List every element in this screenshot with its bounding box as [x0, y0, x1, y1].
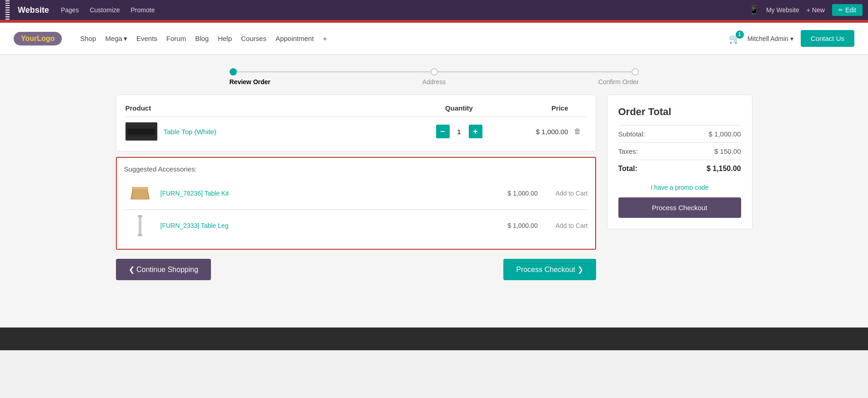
footer-bar — [0, 327, 868, 350]
subtotal-value: $ 1,000.00 — [709, 130, 741, 138]
product-image-tabletop — [125, 122, 157, 141]
step-dot-address — [431, 68, 438, 76]
total-row: Total: $ 1,150.00 — [618, 160, 741, 177]
admin-promote-link[interactable]: Promote — [131, 6, 155, 14]
col-header-quantity: Quantity — [423, 104, 496, 112]
add-to-cart-tablekit[interactable]: Add to Cart — [542, 190, 588, 197]
nav-courses[interactable]: Courses — [241, 35, 266, 42]
add-to-cart-tableleg[interactable]: Add to Cart — [542, 222, 588, 229]
nav-events[interactable]: Events — [136, 35, 157, 42]
admin-pages-link[interactable]: Pages — [61, 6, 79, 14]
step-dot-review — [230, 68, 237, 76]
continue-shopping-button[interactable]: ❮ Continue Shopping — [116, 259, 211, 280]
step-dot-confirm — [632, 68, 639, 76]
admin-bar-right: 📱 My Website New ✏ Edit — [749, 4, 863, 16]
cart-icon[interactable]: 🛒 1 — [729, 33, 740, 44]
accessory-name-tableleg[interactable]: [FURN_2333] Table Leg — [161, 222, 488, 229]
qty-increase-button[interactable]: + — [469, 125, 482, 138]
quantity-cell: − 1 + — [423, 125, 496, 138]
main-content: Review Order Address Confirm Order Produ… — [0, 55, 868, 327]
process-checkout-button-sidebar[interactable]: Process Checkout — [618, 197, 741, 218]
svg-rect-4 — [139, 215, 141, 235]
step-labels: Review Order Address Confirm Order — [230, 78, 639, 86]
accessory-row-tableleg: [FURN_2333] Table Leg $ 1,000.00 Add to … — [124, 210, 588, 242]
accessory-row-tablekit: [FURN_78236] Table Kit $ 1,000.00 Add to… — [124, 177, 588, 210]
order-total-box: Order Total Subtotal: $ 1,000.00 Taxes: … — [607, 95, 753, 229]
accessory-image-tablekit — [124, 182, 156, 205]
step-label-address: Address — [407, 78, 462, 86]
grid-menu-icon[interactable] — [5, 0, 10, 20]
cart-main: Product Quantity Price Table Top (White)… — [116, 95, 596, 280]
admin-customize-link[interactable]: Customize — [90, 6, 120, 14]
progress-steps — [230, 68, 639, 76]
subtotal-row: Subtotal: $ 1,000.00 — [618, 125, 741, 142]
step-line-2 — [438, 71, 632, 72]
cart-item-row: Table Top (White) − 1 + $ 1,000.00 🗑 — [125, 117, 587, 146]
col-header-product: Product — [125, 104, 423, 112]
contact-us-button[interactable]: Contact Us — [801, 30, 854, 47]
edit-pencil-icon: ✏ — [838, 7, 843, 13]
cart-actions: ❮ Continue Shopping Process Checkout ❯ — [116, 259, 596, 280]
order-total-title: Order Total — [618, 106, 741, 118]
admin-bar-title: Website — [18, 5, 49, 15]
process-checkout-button-main[interactable]: Process Checkout ❯ — [503, 259, 596, 280]
subtotal-label: Subtotal: — [618, 130, 645, 138]
nav-shop[interactable]: Shop — [80, 35, 96, 42]
accessory-name-tablekit[interactable]: [FURN_78236] Table Kit — [161, 190, 488, 197]
product-name-tabletop[interactable]: Table Top (White) — [164, 128, 216, 136]
nav-mega[interactable]: Mega ▾ — [105, 35, 127, 43]
nav-help[interactable]: Help — [218, 35, 232, 42]
my-website-link[interactable]: My Website — [766, 6, 799, 14]
cart-table: Product Quantity Price Table Top (White)… — [116, 95, 596, 151]
edit-button[interactable]: ✏ Edit — [832, 4, 863, 16]
nav-bar: YourLogo Shop Mega ▾ Events Forum Blog H… — [0, 23, 868, 55]
taxes-label: Taxes: — [618, 147, 638, 155]
nav-add-icon[interactable]: + — [323, 35, 327, 42]
accessory-image-tableleg — [124, 214, 156, 237]
cart-badge: 1 — [736, 30, 744, 39]
nav-forum[interactable]: Forum — [166, 35, 186, 42]
svg-rect-6 — [138, 234, 142, 236]
taxes-row: Taxes: $ 150.00 — [618, 142, 741, 160]
nav-blog[interactable]: Blog — [195, 35, 209, 42]
accessory-price-tableleg: $ 1,000.00 — [492, 222, 538, 229]
svg-rect-3 — [132, 187, 148, 189]
delete-item-button[interactable]: 🗑 — [568, 127, 587, 136]
step-label-review: Review Order — [230, 78, 284, 86]
promo-code-link[interactable]: I have a promo code — [618, 184, 741, 191]
accessories-title: Suggested Accessories: — [124, 165, 588, 173]
price-cell: $ 1,000.00 — [496, 128, 568, 136]
nav-right: 🛒 1 Mitchell Admin ▾ Contact Us — [729, 30, 854, 47]
total-label: Total: — [618, 165, 637, 173]
logo[interactable]: YourLogo — [14, 32, 62, 45]
taxes-value: $ 150.00 — [714, 147, 741, 155]
mobile-icon[interactable]: 📱 — [749, 5, 759, 15]
cart-table-header: Product Quantity Price — [125, 100, 587, 117]
admin-user-dropdown[interactable]: Mitchell Admin ▾ — [748, 35, 793, 42]
svg-rect-5 — [138, 215, 142, 217]
qty-value: 1 — [452, 128, 466, 136]
accessories-box: Suggested Accessories: [FURN_78236] Tabl… — [116, 157, 596, 250]
total-value: $ 1,150.00 — [707, 165, 741, 173]
new-button[interactable]: New — [807, 6, 825, 14]
accessory-price-tablekit: $ 1,000.00 — [492, 190, 538, 197]
qty-decrease-button[interactable]: − — [436, 125, 450, 138]
admin-bar: Website Pages Customize Promote 📱 My Web… — [0, 0, 868, 20]
svg-marker-0 — [131, 188, 149, 199]
step-label-confirm: Confirm Order — [584, 78, 639, 86]
product-cell: Table Top (White) — [125, 122, 423, 141]
user-chevron-icon: ▾ — [790, 35, 793, 42]
step-line-1 — [237, 71, 431, 72]
nav-appointment[interactable]: Appointment — [276, 35, 314, 42]
cart-layout: Product Quantity Price Table Top (White)… — [116, 95, 753, 280]
chevron-down-icon: ▾ — [124, 35, 127, 43]
col-header-price: Price — [496, 104, 568, 112]
